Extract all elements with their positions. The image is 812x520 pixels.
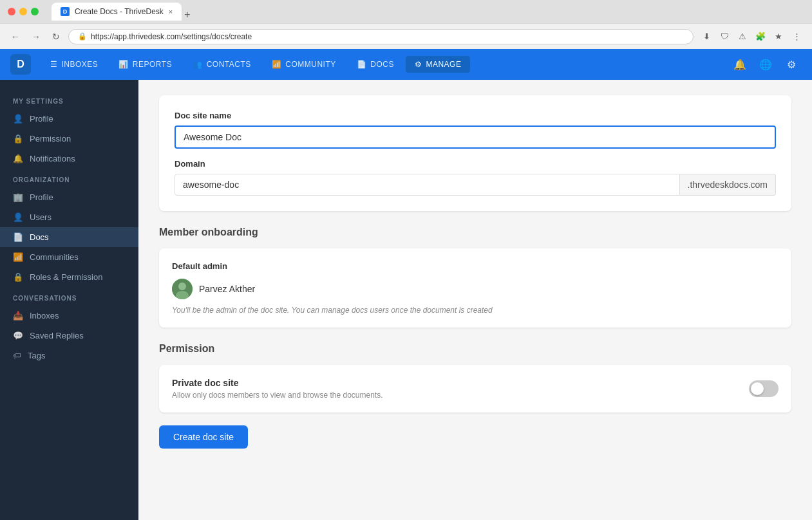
tags-icon: 🏷 xyxy=(13,351,21,360)
browser-tabs: D Create Docs - ThriveDesk × + xyxy=(52,3,191,21)
toolbar-icons: ⬇ 🛡 ⚠ 🧩 ★ ⋮ xyxy=(699,29,804,44)
doc-site-name-label: Doc site name xyxy=(175,111,776,120)
docs-icon: 📄 xyxy=(357,60,367,69)
minimize-traffic-light[interactable] xyxy=(19,8,27,15)
sidebar-item-saved-replies[interactable]: 💬 Saved Replies xyxy=(0,326,138,346)
reports-icon: 📊 xyxy=(118,60,129,69)
admin-row: Parvez Akther xyxy=(172,279,779,299)
nav-item-reports[interactable]: 📊 REPORTS xyxy=(109,56,181,73)
app-container: D ☰ INBOXES 📊 REPORTS 👥 CONTACTS 📶 COMMU… xyxy=(0,49,812,520)
doc-site-name-input[interactable] xyxy=(175,125,776,149)
inboxes-icon: ☰ xyxy=(50,60,58,69)
top-nav: D ☰ INBOXES 📊 REPORTS 👥 CONTACTS 📶 COMMU… xyxy=(0,49,812,80)
bookmark-icon[interactable]: ★ xyxy=(771,29,786,44)
domain-row: .thrvedeskdocs.com xyxy=(175,174,776,196)
conversations-label: CONVERSATIONS xyxy=(0,287,138,306)
nav-item-manage[interactable]: ⚙ MANAGE xyxy=(406,56,471,73)
domain-input[interactable] xyxy=(175,174,680,196)
building-icon: 🏢 xyxy=(13,192,23,202)
my-settings-label: MY SETTINGS xyxy=(0,90,138,109)
admin-avatar xyxy=(172,279,193,299)
sidebar-item-docs[interactable]: 📄 Docs xyxy=(0,227,138,247)
domain-label: Domain xyxy=(175,159,776,169)
permission-row: Private doc site Allow only docs members… xyxy=(172,378,779,400)
bell-icon[interactable]: 🔔 xyxy=(730,54,750,75)
admin-name: Parvez Akther xyxy=(199,284,255,294)
member-onboarding-card: Default admin Parvez Akther You'll be th… xyxy=(159,248,791,328)
saved-replies-icon: 💬 xyxy=(13,331,23,340)
menu-icon[interactable]: ⋮ xyxy=(789,29,804,44)
tab-favicon: D xyxy=(61,7,70,16)
new-tab-button[interactable]: + xyxy=(184,9,190,21)
browser-titlebar: D Create Docs - ThriveDesk × + xyxy=(0,0,812,23)
doc-site-name-card: Doc site name Domain .thrvedeskdocs.com xyxy=(159,95,791,211)
nav-logo: D xyxy=(10,54,31,75)
puzzle-icon[interactable]: 🧩 xyxy=(753,29,768,44)
extensions-icon[interactable]: ⬇ xyxy=(699,29,714,44)
default-admin-label: Default admin xyxy=(172,261,779,271)
traffic-lights xyxy=(8,8,39,15)
sidebar-item-permission[interactable]: 🔒 Permission xyxy=(0,129,138,149)
browser-chrome: D Create Docs - ThriveDesk × + ← → ↻ 🔒 h… xyxy=(0,0,812,49)
active-tab[interactable]: D Create Docs - ThriveDesk × xyxy=(52,3,182,21)
private-doc-toggle[interactable] xyxy=(749,380,779,397)
roles-icon: 🔒 xyxy=(13,272,23,282)
sidebar-item-org-profile[interactable]: 🏢 Profile xyxy=(0,187,138,207)
docs-sidebar-icon: 📄 xyxy=(13,232,23,242)
url-display: https://app.thrivedesk.com/settings/docs… xyxy=(91,32,252,41)
shield-icon: 🛡 xyxy=(717,29,732,44)
domain-suffix: .thrvedeskdocs.com xyxy=(680,174,777,196)
page-content: Doc site name Domain .thrvedeskdocs.com … xyxy=(138,80,812,520)
sidebar-item-communities[interactable]: 📶 Communities xyxy=(0,247,138,267)
back-button[interactable]: ← xyxy=(8,30,23,43)
private-doc-label: Private doc site xyxy=(172,378,383,388)
user-icon: 👤 xyxy=(13,114,23,124)
manage-icon: ⚙ xyxy=(415,60,422,69)
nav-item-community[interactable]: 📶 COMMUNITY xyxy=(263,56,345,73)
permission-info: Private doc site Allow only docs members… xyxy=(172,378,383,400)
sidebar-item-my-profile[interactable]: 👤 Profile xyxy=(0,109,138,129)
svg-point-1 xyxy=(178,283,186,290)
sidebar-item-tags[interactable]: 🏷 Tags xyxy=(0,346,138,366)
lock-icon: 🔒 xyxy=(13,134,23,144)
community-icon: 📶 xyxy=(272,60,282,69)
forward-button[interactable]: → xyxy=(28,30,44,43)
browser-toolbar: ← → ↻ 🔒 https://app.thrivedesk.com/setti… xyxy=(0,23,812,49)
nav-item-docs[interactable]: 📄 DOCS xyxy=(348,56,403,73)
permission-title: Permission xyxy=(159,343,791,355)
organization-label: ORGANIZATION xyxy=(0,169,138,187)
tab-title: Create Docs - ThriveDesk xyxy=(75,7,164,16)
maximize-traffic-light[interactable] xyxy=(31,8,39,15)
close-traffic-light[interactable] xyxy=(8,8,15,15)
member-onboarding-title: Member onboarding xyxy=(159,227,791,238)
address-bar[interactable]: 🔒 https://app.thrivedesk.com/settings/do… xyxy=(68,29,694,44)
globe-icon[interactable]: 🌐 xyxy=(755,54,776,75)
nav-item-contacts[interactable]: 👥 CONTACTS xyxy=(184,56,260,73)
alert-icon: ⚠ xyxy=(735,29,750,44)
sidebar-item-roles[interactable]: 🔒 Roles & Permission xyxy=(0,267,138,287)
sidebar-item-inboxes[interactable]: 📥 Inboxes xyxy=(0,306,138,326)
sidebar-item-users[interactable]: 👤 Users xyxy=(0,207,138,227)
tab-close-button[interactable]: × xyxy=(169,8,173,15)
contacts-icon: 👥 xyxy=(193,60,203,69)
sidebar: MY SETTINGS 👤 Profile 🔒 Permission 🔔 Not… xyxy=(0,80,138,520)
nav-right: 🔔 🌐 ⚙ xyxy=(730,54,802,75)
settings-icon[interactable]: ⚙ xyxy=(781,54,802,75)
sidebar-item-notifications[interactable]: 🔔 Notifications xyxy=(0,149,138,169)
create-doc-site-button[interactable]: Create doc site xyxy=(159,425,248,449)
nav-item-inboxes[interactable]: ☰ INBOXES xyxy=(41,56,107,73)
users-icon: 👤 xyxy=(13,212,23,222)
nav-items: ☰ INBOXES 📊 REPORTS 👥 CONTACTS 📶 COMMUNI… xyxy=(41,56,730,73)
notification-bell-icon: 🔔 xyxy=(13,154,23,163)
inbox-icon: 📥 xyxy=(13,311,23,320)
reload-button[interactable]: ↻ xyxy=(49,30,63,43)
toggle-thumb xyxy=(751,382,764,395)
communities-icon: 📶 xyxy=(13,252,23,262)
admin-hint: You'll be the admin of the doc site. You… xyxy=(172,306,779,315)
permission-card: Private doc site Allow only docs members… xyxy=(159,365,791,413)
private-doc-desc: Allow only docs members to view and brow… xyxy=(172,391,383,400)
main-content: MY SETTINGS 👤 Profile 🔒 Permission 🔔 Not… xyxy=(0,80,812,520)
